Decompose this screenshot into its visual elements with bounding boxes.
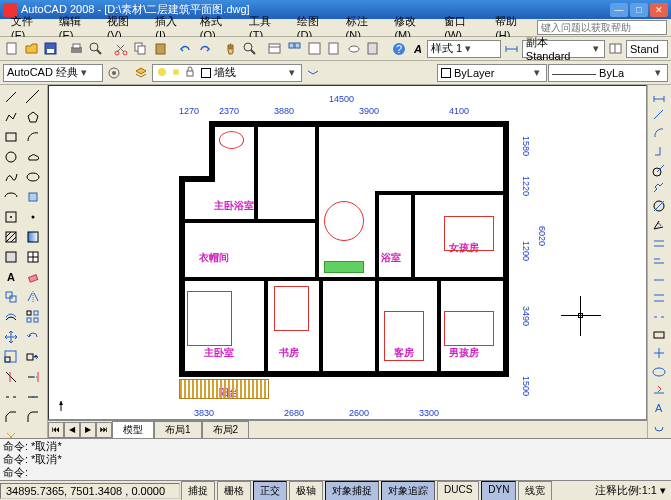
- layer-prev-button[interactable]: [303, 63, 323, 83]
- paste-button[interactable]: [151, 39, 170, 59]
- tab-layout1[interactable]: 布局1: [154, 421, 202, 438]
- calc-button[interactable]: [364, 39, 383, 59]
- tab-last[interactable]: ⏭: [96, 422, 112, 438]
- new-button[interactable]: [3, 39, 22, 59]
- rotate-tool[interactable]: [22, 327, 44, 347]
- save-button[interactable]: [42, 39, 61, 59]
- tab-layout2[interactable]: 布局2: [202, 421, 250, 438]
- join-tool[interactable]: [22, 387, 44, 407]
- point-tool[interactable]: [22, 207, 44, 227]
- stretch-tool[interactable]: [22, 347, 44, 367]
- command-window[interactable]: 命令: *取消* 命令: *取消* 命令:: [0, 438, 671, 480]
- help-button[interactable]: ?: [389, 39, 408, 59]
- dim-aligned-tool[interactable]: [648, 105, 670, 123]
- dim-arc-tool[interactable]: [648, 124, 670, 142]
- text-style-toggle[interactable]: A: [410, 43, 426, 55]
- redo-button[interactable]: [196, 39, 215, 59]
- maximize-button[interactable]: □: [630, 3, 648, 17]
- print-button[interactable]: [67, 39, 86, 59]
- arc-tool[interactable]: [22, 127, 44, 147]
- layer-select[interactable]: 墙线 ▾: [152, 64, 302, 82]
- linetype-select[interactable]: ———— ByLa▾: [548, 64, 668, 82]
- block-tool[interactable]: [0, 207, 22, 227]
- dim-diameter-tool[interactable]: [648, 197, 670, 215]
- coordinate-display[interactable]: 34895.7365, 7501.3408 , 0.0000: [0, 483, 180, 499]
- undo-button[interactable]: [177, 39, 196, 59]
- polygon-tool[interactable]: [22, 107, 44, 127]
- hatch-tool[interactable]: [0, 227, 22, 247]
- revcloud-tool[interactable]: [22, 147, 44, 167]
- fillet-tool[interactable]: [22, 407, 44, 427]
- dim-radius-tool[interactable]: [648, 161, 670, 179]
- workspace-settings-button[interactable]: [104, 63, 124, 83]
- mirror-tool[interactable]: [22, 287, 44, 307]
- region-tool[interactable]: [0, 247, 22, 267]
- status-toggle-7[interactable]: DYN: [481, 481, 516, 501]
- layer-manager-button[interactable]: [131, 63, 151, 83]
- color-select[interactable]: ByLayer▾: [437, 64, 547, 82]
- design-center-button[interactable]: [286, 39, 305, 59]
- tab-model[interactable]: 模型: [112, 421, 154, 438]
- help-search-input[interactable]: [537, 20, 667, 35]
- ellipse-arc-tool[interactable]: [0, 187, 22, 207]
- annotation-scale[interactable]: 注释比例:1:1 ▾: [590, 483, 671, 498]
- tablestyle-select[interactable]: Stand: [626, 40, 668, 58]
- status-toggle-1[interactable]: 栅格: [217, 481, 251, 501]
- dim-angular-tool[interactable]: [648, 216, 670, 234]
- copy-tool[interactable]: [0, 287, 22, 307]
- extend-tool[interactable]: [22, 367, 44, 387]
- pan-button[interactable]: [221, 39, 240, 59]
- inspect-tool[interactable]: [648, 363, 670, 381]
- tab-first[interactable]: ⏮: [48, 422, 64, 438]
- chamfer-tool[interactable]: [0, 407, 22, 427]
- dim-quick-tool[interactable]: [648, 234, 670, 252]
- dim-break-tool[interactable]: [648, 308, 670, 326]
- status-toggle-5[interactable]: 对象追踪: [381, 481, 435, 501]
- scale-tool[interactable]: [0, 347, 22, 367]
- gradient-tool[interactable]: [22, 227, 44, 247]
- tolerance-tool[interactable]: [648, 326, 670, 344]
- trim-tool[interactable]: [0, 367, 22, 387]
- rectangle-tool[interactable]: [0, 127, 22, 147]
- circle-tool[interactable]: [0, 147, 22, 167]
- properties-button[interactable]: [266, 39, 285, 59]
- copy-button[interactable]: [132, 39, 151, 59]
- xline-tool[interactable]: [22, 87, 44, 107]
- sheet-button[interactable]: [325, 39, 344, 59]
- offset-tool[interactable]: [0, 307, 22, 327]
- mtext-tool[interactable]: A: [0, 267, 22, 287]
- status-toggle-2[interactable]: 正交: [253, 481, 287, 501]
- polyline-tool[interactable]: [0, 107, 22, 127]
- status-toggle-6[interactable]: DUCS: [437, 481, 479, 501]
- line-tool[interactable]: [0, 87, 22, 107]
- tool-palette-button[interactable]: [305, 39, 324, 59]
- table-tool[interactable]: [22, 247, 44, 267]
- dim-linear-tool[interactable]: [648, 87, 670, 105]
- status-toggle-0[interactable]: 捕捉: [181, 481, 215, 501]
- cut-button[interactable]: [112, 39, 131, 59]
- minimize-button[interactable]: —: [610, 3, 628, 17]
- center-mark-tool[interactable]: [648, 344, 670, 362]
- status-toggle-8[interactable]: 线宽: [518, 481, 552, 501]
- text-style-select[interactable]: 样式 1▾: [427, 40, 501, 58]
- open-button[interactable]: [23, 39, 42, 59]
- zoom-button[interactable]: [241, 39, 260, 59]
- dim-baseline-tool[interactable]: [648, 252, 670, 270]
- status-toggle-4[interactable]: 对象捕捉: [325, 481, 379, 501]
- spline-tool[interactable]: [0, 167, 22, 187]
- dimstyle-button[interactable]: [502, 39, 521, 59]
- array-tool[interactable]: [22, 307, 44, 327]
- preview-button[interactable]: [87, 39, 106, 59]
- dim-jogged-tool[interactable]: [648, 179, 670, 197]
- dimstyle-select[interactable]: 副本 Standard▾: [522, 40, 606, 58]
- drawing-canvas[interactable]: 14500 1270 2370 3880 3900 4100 14500 383…: [48, 85, 647, 420]
- move-tool[interactable]: [0, 327, 22, 347]
- dim-tedit-tool[interactable]: A: [648, 399, 670, 417]
- break-tool[interactable]: [0, 387, 22, 407]
- dim-edit-tool[interactable]: [648, 381, 670, 399]
- dim-ordinate-tool[interactable]: [648, 142, 670, 160]
- status-toggle-3[interactable]: 极轴: [289, 481, 323, 501]
- dim-space-tool[interactable]: [648, 289, 670, 307]
- close-button[interactable]: ✕: [650, 3, 668, 17]
- markup-button[interactable]: [345, 39, 364, 59]
